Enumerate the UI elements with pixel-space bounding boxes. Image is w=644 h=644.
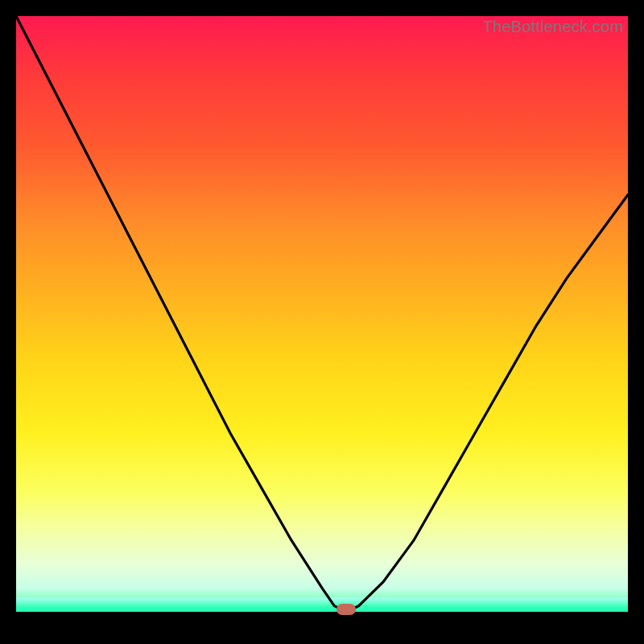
bottleneck-curve xyxy=(16,16,628,628)
chart-frame: TheBottleneck.com xyxy=(16,16,628,628)
optimal-point-marker xyxy=(336,604,356,615)
watermark-text: TheBottleneck.com xyxy=(482,18,623,36)
